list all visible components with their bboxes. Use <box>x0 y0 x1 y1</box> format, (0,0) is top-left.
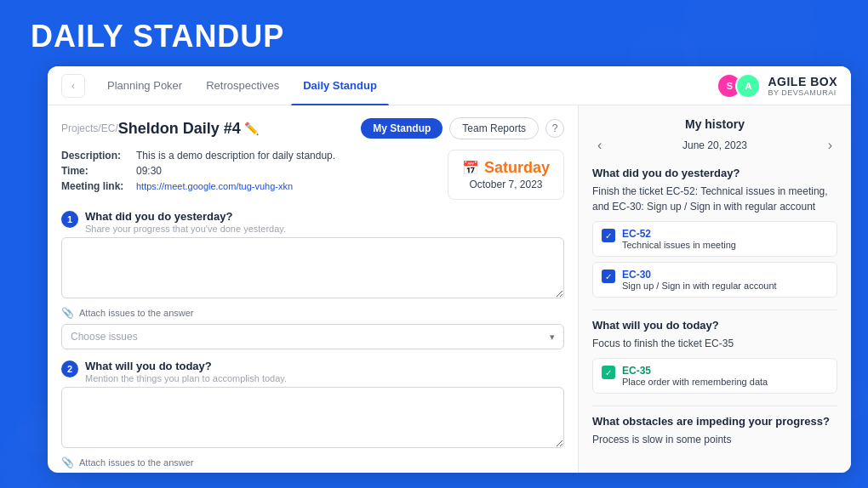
brand-sub: BY DEVSAMURAI <box>768 88 837 97</box>
history-section-0: What did you do yesterday? Finish the ti… <box>592 167 837 298</box>
attach-2-row: 📎 Attach issues to the answer <box>61 457 564 468</box>
description-label: Description: <box>61 150 129 162</box>
collapse-button[interactable]: ‹ <box>61 74 85 98</box>
history-section-1: What will you do today? Focus to finish … <box>592 319 837 394</box>
checkmark-ec30-icon: ✓ <box>605 272 612 281</box>
question-2-header: 2 What will you do today? Mention the th… <box>61 360 564 383</box>
history-question-1: What will you do today? <box>592 319 837 332</box>
issues-1-select[interactable]: Choose issues ▾ <box>61 324 564 349</box>
ticket-ec35-info: EC-35 Place order with remembering data <box>622 365 768 387</box>
ticket-ec52: ✓ EC-52 Technical issues in meeting <box>592 221 837 257</box>
history-answer-2: Process is slow in some points <box>592 432 837 447</box>
ticket-ec35: ✓ EC-35 Place order with remembering dat… <box>592 358 837 394</box>
breadcrumb-project: EC <box>101 122 116 134</box>
brand-logo: S A AGILE BOX BY DEVSAMURAI <box>717 73 837 99</box>
question-1-subtitle: Share your progress that you've done yes… <box>85 224 286 234</box>
ticket-ec30-desc: Sign up / Sign in with regular account <box>622 281 777 291</box>
question-1-header: 1 What did you do yesterday? Share your … <box>61 210 564 234</box>
attach-1-row: 📎 Attach issues to the answer <box>61 307 564 319</box>
avatar-2: A <box>735 73 761 99</box>
info-fields: Description: This is a demo description … <box>61 150 434 196</box>
ticket-ec35-checkbox: ✓ <box>602 366 615 379</box>
page-title: DAILY STANDUP <box>31 19 284 54</box>
history-answer-1: Focus to finish the ticket EC-35 <box>592 336 837 351</box>
my-standup-button[interactable]: My Standup <box>361 118 443 139</box>
description-row: Description: This is a demo description … <box>61 150 434 162</box>
tab-bar-right: S A AGILE BOX BY DEVSAMURAI <box>717 73 837 99</box>
meeting-link-value[interactable]: https://meet.google.com/tug-vuhg-xkn <box>136 181 293 191</box>
breadcrumb-row: Projects / EC / Sheldon Daily #4 ✏️ My S… <box>61 117 564 139</box>
tab-daily-standup-label: Daily Standup <box>303 79 377 92</box>
attach-2-icon: 📎 <box>61 457 74 468</box>
ticket-ec35-desc: Place order with remembering data <box>622 377 768 387</box>
info-section: Description: This is a demo description … <box>61 150 564 200</box>
divider-1 <box>592 309 837 310</box>
tab-planning-poker-label: Planning Poker <box>107 79 182 92</box>
nav-next-arrow[interactable]: › <box>823 136 837 155</box>
question-1-text-group: What did you do yesterday? Share your pr… <box>85 210 286 234</box>
content-area: Projects / EC / Sheldon Daily #4 ✏️ My S… <box>48 105 851 473</box>
question-2-title: What will you do today? <box>85 360 287 372</box>
ticket-ec52-info: EC-52 Technical issues in meeting <box>622 228 736 250</box>
ticket-ec30: ✓ EC-30 Sign up / Sign in with regular a… <box>592 262 837 298</box>
left-panel: Projects / EC / Sheldon Daily #4 ✏️ My S… <box>48 105 579 473</box>
calendar-icon: 📅 <box>462 160 479 176</box>
ticket-ec30-info: EC-30 Sign up / Sign in with regular acc… <box>622 269 777 291</box>
breadcrumb-actions: My Standup Team Reports ? <box>361 117 564 139</box>
ticket-ec30-checkbox: ✓ <box>602 270 615 283</box>
checkmark-ec35-icon: ✓ <box>605 368 612 377</box>
tab-daily-standup[interactable]: Daily Standup <box>291 66 389 105</box>
question-2-num: 2 <box>61 360 78 377</box>
question-2-section: 2 What will you do today? Mention the th… <box>61 360 564 473</box>
question-2-subtitle: Mention the things you plan to accomplis… <box>85 373 287 383</box>
divider-2 <box>592 406 837 406</box>
help-icon[interactable]: ? <box>545 119 564 138</box>
checkmark-icon: ✓ <box>605 231 612 241</box>
ticket-ec52-id: EC-52 <box>622 228 736 240</box>
ticket-ec30-id: EC-30 <box>622 269 777 281</box>
time-row: Time: 09:30 <box>61 165 434 177</box>
nav-prev-arrow[interactable]: ‹ <box>592 136 607 155</box>
time-label: Time: <box>61 165 129 177</box>
time-value: 09:30 <box>136 165 162 177</box>
tab-bar: ‹ Planning Poker Retrospectives Daily St… <box>48 66 851 105</box>
attach-1-label: Attach issues to the answer <box>79 308 194 318</box>
description-value: This is a demo description for daily sta… <box>136 150 335 162</box>
ticket-ec35-id: EC-35 <box>622 365 768 377</box>
meeting-link-row: Meeting link: https://meet.google.com/tu… <box>61 180 434 192</box>
edit-icon[interactable]: ✏️ <box>244 122 259 135</box>
answer-1-textarea[interactable] <box>61 237 564 298</box>
history-question-2: What obstacles are impeding your progres… <box>592 415 837 428</box>
question-1-section: 1 What did you do yesterday? Share your … <box>61 210 564 349</box>
main-card: ‹ Planning Poker Retrospectives Daily St… <box>48 66 851 473</box>
brand-text-group: AGILE BOX BY DEVSAMURAI <box>768 75 837 97</box>
attach-2-label: Attach issues to the answer <box>79 457 194 468</box>
ticket-ec52-desc: Technical issues in meeting <box>622 240 736 250</box>
date-full: October 7, 2023 <box>462 179 550 190</box>
breadcrumb-root: Projects <box>61 122 98 134</box>
answer-2-textarea[interactable] <box>61 387 564 448</box>
history-date: June 20, 2023 <box>682 139 747 151</box>
history-answer-0: Finish the ticket EC-52: Technical issue… <box>592 184 837 214</box>
meeting-link-label: Meeting link: <box>61 180 129 192</box>
history-nav: ‹ June 20, 2023 › <box>592 136 837 155</box>
history-section-2: What obstacles are impeding your progres… <box>592 415 837 447</box>
ticket-ec52-checkbox: ✓ <box>602 229 615 242</box>
attach-1-icon: 📎 <box>61 307 74 319</box>
tab-retrospectives-label: Retrospectives <box>206 79 279 92</box>
date-box: 📅 Saturday October 7, 2023 <box>448 150 564 200</box>
collapse-icon: ‹ <box>71 80 75 92</box>
chevron-down-1-icon: ▾ <box>550 332 555 343</box>
question-1-title: What did you do yesterday? <box>85 210 286 223</box>
issues-1-placeholder: Choose issues <box>71 331 138 343</box>
breadcrumb-current: Sheldon Daily #4 <box>118 120 241 138</box>
question-1-num: 1 <box>61 211 78 228</box>
avatar-group: S A <box>717 73 761 99</box>
tab-retrospectives[interactable]: Retrospectives <box>194 66 291 105</box>
tab-planning-poker[interactable]: Planning Poker <box>95 66 194 105</box>
right-panel: My history ‹ June 20, 2023 › What did yo… <box>579 105 851 473</box>
brand-name: AGILE BOX <box>768 75 837 88</box>
team-reports-button[interactable]: Team Reports <box>449 117 539 139</box>
question-2-text-group: What will you do today? Mention the thin… <box>85 360 287 383</box>
history-title: My history <box>592 117 837 131</box>
